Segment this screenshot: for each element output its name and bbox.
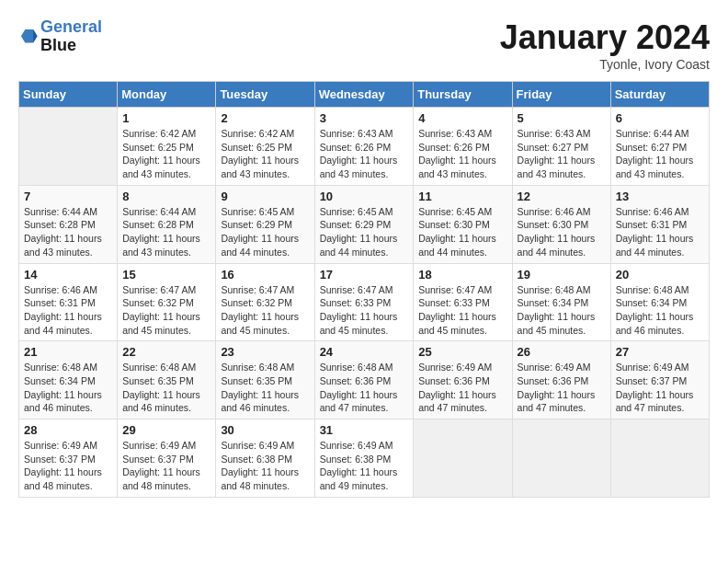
calendar-cell: 28Sunrise: 6:49 AMSunset: 6:37 PMDayligh…: [19, 419, 118, 498]
calendar-cell: 11Sunrise: 6:45 AMSunset: 6:30 PMDayligh…: [414, 185, 512, 263]
day-info: Sunrise: 6:42 AMSunset: 6:25 PMDaylight:…: [122, 127, 210, 181]
day-info: Sunrise: 6:44 AMSunset: 6:28 PMDaylight:…: [122, 205, 210, 259]
day-number: 17: [320, 268, 409, 282]
day-number: 9: [221, 190, 309, 203]
day-info: Sunrise: 6:49 AMSunset: 6:36 PMDaylight:…: [418, 361, 506, 415]
day-number: 31: [320, 423, 409, 437]
calendar-cell: [512, 419, 610, 498]
calendar-cell: 16Sunrise: 6:47 AMSunset: 6:32 PMDayligh…: [216, 263, 314, 341]
day-info: Sunrise: 6:43 AMSunset: 6:26 PMDaylight:…: [418, 127, 506, 181]
day-number: 20: [616, 268, 704, 282]
calendar-header-row: SundayMondayTuesdayWednesdayThursdayFrid…: [19, 82, 710, 108]
calendar-cell: 30Sunrise: 6:49 AMSunset: 6:38 PMDayligh…: [216, 419, 314, 498]
day-number: 19: [518, 268, 606, 282]
day-info: Sunrise: 6:45 AMSunset: 6:29 PMDaylight:…: [320, 205, 409, 259]
calendar-cell: 7Sunrise: 6:44 AMSunset: 6:28 PMDaylight…: [19, 185, 118, 263]
day-number: 3: [320, 111, 409, 125]
day-number: 22: [122, 345, 210, 359]
day-info: Sunrise: 6:49 AMSunset: 6:38 PMDaylight:…: [320, 439, 409, 493]
day-info: Sunrise: 6:46 AMSunset: 6:31 PMDaylight:…: [616, 205, 704, 259]
logo-icon: [18, 27, 39, 47]
day-info: Sunrise: 6:48 AMSunset: 6:36 PMDaylight:…: [320, 361, 409, 415]
calendar-cell: 29Sunrise: 6:49 AMSunset: 6:37 PMDayligh…: [118, 419, 216, 498]
day-number: 15: [122, 268, 210, 282]
title-area: January 2024 Tyonle, Ivory Coast: [500, 18, 710, 72]
calendar-cell: 23Sunrise: 6:48 AMSunset: 6:35 PMDayligh…: [216, 341, 314, 419]
day-info: Sunrise: 6:44 AMSunset: 6:28 PMDaylight:…: [24, 205, 112, 259]
calendar-week-row: 7Sunrise: 6:44 AMSunset: 6:28 PMDaylight…: [19, 185, 710, 263]
calendar-cell: 17Sunrise: 6:47 AMSunset: 6:33 PMDayligh…: [314, 263, 414, 341]
day-info: Sunrise: 6:48 AMSunset: 6:34 PMDaylight:…: [616, 283, 704, 338]
day-number: 24: [320, 345, 409, 359]
day-number: 29: [122, 423, 210, 437]
calendar-cell: [414, 419, 512, 498]
page-header: GeneralBlue January 2024 Tyonle, Ivory C…: [18, 18, 710, 72]
calendar-cell: 3Sunrise: 6:43 AMSunset: 6:26 PMDaylight…: [314, 108, 414, 186]
day-number: 8: [122, 190, 210, 203]
calendar-cell: [19, 108, 118, 186]
day-info: Sunrise: 6:46 AMSunset: 6:31 PMDaylight:…: [24, 283, 112, 338]
day-number: 5: [518, 111, 606, 125]
day-info: Sunrise: 6:47 AMSunset: 6:33 PMDaylight:…: [320, 283, 409, 338]
calendar-cell: 4Sunrise: 6:43 AMSunset: 6:26 PMDaylight…: [414, 108, 512, 186]
calendar-cell: 10Sunrise: 6:45 AMSunset: 6:29 PMDayligh…: [314, 185, 414, 263]
calendar-cell: 12Sunrise: 6:46 AMSunset: 6:30 PMDayligh…: [512, 185, 610, 263]
day-number: 21: [24, 345, 112, 359]
day-number: 2: [221, 111, 309, 125]
calendar-cell: 9Sunrise: 6:45 AMSunset: 6:29 PMDaylight…: [216, 185, 314, 263]
calendar-cell: 2Sunrise: 6:42 AMSunset: 6:25 PMDaylight…: [216, 108, 314, 186]
day-info: Sunrise: 6:46 AMSunset: 6:30 PMDaylight:…: [518, 205, 606, 259]
day-info: Sunrise: 6:44 AMSunset: 6:27 PMDaylight:…: [616, 127, 704, 181]
day-info: Sunrise: 6:49 AMSunset: 6:38 PMDaylight:…: [221, 439, 309, 493]
day-number: 4: [418, 111, 506, 125]
day-info: Sunrise: 6:49 AMSunset: 6:37 PMDaylight:…: [616, 361, 704, 415]
calendar-cell: 21Sunrise: 6:48 AMSunset: 6:34 PMDayligh…: [19, 341, 118, 419]
day-info: Sunrise: 6:45 AMSunset: 6:30 PMDaylight:…: [418, 205, 506, 259]
day-number: 16: [221, 268, 309, 282]
calendar-cell: 14Sunrise: 6:46 AMSunset: 6:31 PMDayligh…: [19, 263, 118, 341]
calendar-cell: 24Sunrise: 6:48 AMSunset: 6:36 PMDayligh…: [314, 341, 414, 419]
day-number: 10: [320, 190, 409, 203]
day-info: Sunrise: 6:49 AMSunset: 6:37 PMDaylight:…: [122, 439, 210, 493]
calendar-week-row: 1Sunrise: 6:42 AMSunset: 6:25 PMDaylight…: [19, 108, 710, 186]
day-header-sunday: Sunday: [19, 82, 118, 108]
calendar-week-row: 28Sunrise: 6:49 AMSunset: 6:37 PMDayligh…: [19, 419, 710, 498]
day-info: Sunrise: 6:45 AMSunset: 6:29 PMDaylight:…: [221, 205, 309, 259]
calendar-cell: 13Sunrise: 6:46 AMSunset: 6:31 PMDayligh…: [610, 185, 709, 263]
logo-text: GeneralBlue: [40, 18, 102, 55]
svg-marker-1: [33, 29, 37, 43]
calendar-cell: 25Sunrise: 6:49 AMSunset: 6:36 PMDayligh…: [414, 341, 512, 419]
day-header-monday: Monday: [118, 82, 216, 108]
day-number: 27: [616, 345, 704, 359]
calendar-week-row: 21Sunrise: 6:48 AMSunset: 6:34 PMDayligh…: [19, 341, 710, 419]
logo: GeneralBlue: [18, 18, 102, 55]
day-number: 6: [616, 111, 704, 125]
day-info: Sunrise: 6:47 AMSunset: 6:32 PMDaylight:…: [122, 283, 210, 338]
day-header-thursday: Thursday: [414, 82, 512, 108]
day-number: 11: [418, 190, 506, 203]
calendar-cell: 5Sunrise: 6:43 AMSunset: 6:27 PMDaylight…: [512, 108, 610, 186]
calendar-cell: 22Sunrise: 6:48 AMSunset: 6:35 PMDayligh…: [118, 341, 216, 419]
calendar-cell: 27Sunrise: 6:49 AMSunset: 6:37 PMDayligh…: [610, 341, 709, 419]
day-header-saturday: Saturday: [610, 82, 709, 108]
day-info: Sunrise: 6:42 AMSunset: 6:25 PMDaylight:…: [221, 127, 309, 181]
day-info: Sunrise: 6:49 AMSunset: 6:37 PMDaylight:…: [24, 439, 112, 493]
calendar-cell: [610, 419, 709, 498]
day-number: 30: [221, 423, 309, 437]
day-number: 7: [24, 190, 112, 203]
day-number: 14: [24, 268, 112, 282]
day-info: Sunrise: 6:47 AMSunset: 6:33 PMDaylight:…: [418, 283, 506, 338]
day-info: Sunrise: 6:48 AMSunset: 6:34 PMDaylight:…: [518, 283, 606, 338]
day-info: Sunrise: 6:43 AMSunset: 6:27 PMDaylight:…: [518, 127, 606, 181]
calendar-cell: 18Sunrise: 6:47 AMSunset: 6:33 PMDayligh…: [414, 263, 512, 341]
subtitle: Tyonle, Ivory Coast: [500, 57, 710, 72]
calendar-cell: 1Sunrise: 6:42 AMSunset: 6:25 PMDaylight…: [118, 108, 216, 186]
calendar-cell: 31Sunrise: 6:49 AMSunset: 6:38 PMDayligh…: [314, 419, 414, 498]
calendar-cell: 6Sunrise: 6:44 AMSunset: 6:27 PMDaylight…: [610, 108, 709, 186]
calendar-cell: 20Sunrise: 6:48 AMSunset: 6:34 PMDayligh…: [610, 263, 709, 341]
calendar-cell: 8Sunrise: 6:44 AMSunset: 6:28 PMDaylight…: [118, 185, 216, 263]
day-number: 12: [518, 190, 606, 203]
day-info: Sunrise: 6:48 AMSunset: 6:35 PMDaylight:…: [122, 361, 210, 415]
day-header-friday: Friday: [512, 82, 610, 108]
day-number: 18: [418, 268, 506, 282]
